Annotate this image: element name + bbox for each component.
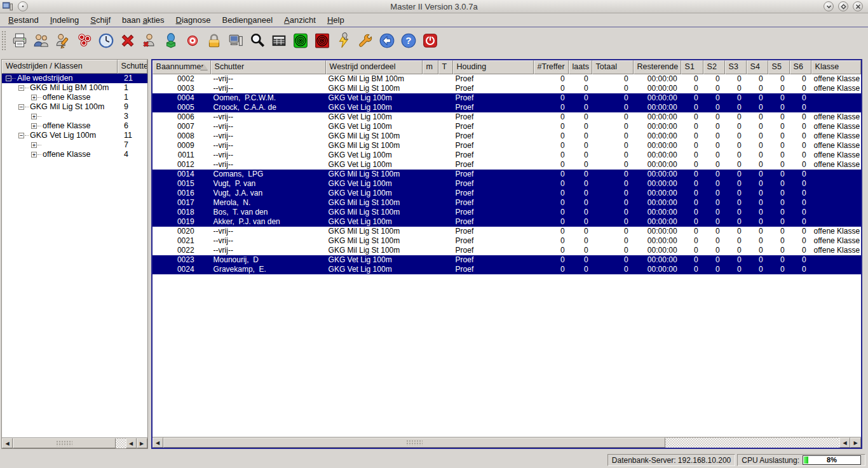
toolbar-button-table[interactable] — [269, 30, 289, 51]
expand-icon[interactable]: + — [31, 152, 37, 157]
column-header-laats[interactable]: laats — [569, 60, 592, 74]
tree-item-row-7[interactable]: +7 — [2, 140, 147, 150]
tree-scroll-left-button[interactable]: ◀ — [2, 438, 13, 448]
toolbar-button-flash-tools[interactable] — [334, 30, 354, 51]
expand-icon[interactable]: + — [31, 114, 37, 119]
tree-item-gkg-mil-lig-bm-100m[interactable]: −GKG Mil Lig BM 100m1 — [2, 83, 147, 93]
collapse-icon[interactable]: − — [18, 104, 24, 110]
expand-icon[interactable]: + — [31, 123, 37, 129]
toolbar-button-green-target[interactable] — [290, 30, 311, 51]
expand-icon[interactable]: + — [31, 142, 37, 148]
toolbar-button-search[interactable] — [247, 30, 268, 51]
tree-item-gkg-vet-lig-100m[interactable]: −GKG Vet Lig 100m11 — [2, 131, 147, 140]
column-header-m[interactable]: m — [423, 60, 438, 74]
expand-icon[interactable]: + — [31, 95, 37, 100]
table-row[interactable]: 0005Croock, C.A.A. deGKG Vet Lig 100mPro… — [153, 103, 861, 112]
column-header-s6[interactable]: S6 — [790, 60, 811, 74]
menu-item-aanzicht[interactable]: Aanzicht — [278, 14, 322, 26]
toolbar-button-edit-person[interactable] — [53, 30, 73, 51]
toolbar-button-targets[interactable] — [74, 30, 95, 51]
table-scroll-right-button[interactable]: ▶ — [850, 438, 861, 448]
tree-scroll-left-button-2[interactable]: ◀ — [126, 438, 137, 448]
table-row[interactable]: 0015Vugt, P. vanGKG Vet Lig 100mProef000… — [153, 179, 861, 189]
menu-item-baan-akties[interactable]: baan akties — [116, 14, 170, 26]
table-row[interactable]: 0007--vrij--GKG Vet Lig 100mProef00000:0… — [153, 122, 861, 131]
toolbar-button-small-target[interactable] — [182, 30, 203, 51]
table-row[interactable]: 0016Vugt, J.A. vanGKG Vet Lig 100mProef0… — [153, 189, 861, 198]
table-row[interactable]: 0020--vrij--GKG Mil Lig St 100mProef0000… — [153, 227, 861, 236]
menu-item-diagnose[interactable]: Diagnose — [170, 14, 217, 26]
toolbar-button-red-target[interactable] — [312, 30, 332, 51]
cell-baannummer: 0012 — [153, 160, 211, 170]
column-header-schutter[interactable]: Schutter — [211, 60, 326, 74]
table-row[interactable]: 0018Bos, T. van denGKG Mil Lig St 100mPr… — [153, 208, 861, 217]
table-row[interactable]: 0008--vrij--GKG Mil Lig St 100mProef0000… — [153, 131, 861, 141]
toolbar-button-lock[interactable] — [204, 30, 224, 51]
collapse-icon[interactable]: − — [18, 85, 24, 91]
table-row[interactable]: 0017Merola, N.GKG Mil Lig St 100mProef00… — [153, 198, 861, 208]
table-row[interactable]: 0003--vrij--GKG Mil Lig St 100mProef0000… — [153, 84, 861, 93]
table-scroll-left-button-2[interactable]: ◀ — [839, 438, 850, 448]
table-row[interactable]: 0022--vrij--GKG Mil Lig St 100mProef0000… — [153, 246, 861, 255]
table-row[interactable]: 0019Akker, P.J. van denGKG Vet Lig 100mP… — [153, 217, 861, 227]
table-row[interactable]: 0023Mounourij, DGKG Vet Lig 100mProef000… — [153, 255, 861, 265]
cell-laats: 0 — [569, 198, 592, 208]
menu-item-bedienpaneel[interactable]: Bedienpaneel — [217, 14, 279, 26]
column-header-resterende[interactable]: Resterende — [634, 60, 681, 74]
tree-scroll-thumb[interactable] — [13, 438, 116, 448]
column-header-s1[interactable]: S1 — [681, 60, 703, 74]
collapse-icon[interactable]: − — [18, 133, 24, 138]
column-header-klasse[interactable]: Klasse — [811, 60, 861, 74]
toolbar-button-clock[interactable] — [96, 30, 116, 51]
table-row[interactable]: 0014Comans, LPGGKG Mil Lig St 100mProef0… — [153, 170, 861, 179]
table-row[interactable]: 0002--vrij--GKG Mil Lig BM 100mProef0000… — [153, 74, 861, 84]
table-scroll-left-button[interactable]: ◀ — [153, 438, 163, 448]
toolbar-button-wrench[interactable] — [355, 30, 376, 51]
table-row[interactable]: 0009--vrij--GKG Mil Lig St 100mProef0000… — [153, 141, 861, 150]
tree-item-gkg-mil-lig-st-100m[interactable]: −GKG Mil Lig St 100m9 — [2, 102, 147, 112]
toolbar-button-power[interactable] — [420, 30, 440, 51]
toolbar-button-help[interactable]: ? — [398, 30, 419, 51]
toolbar-button-print[interactable] — [10, 30, 30, 51]
column-header-s5[interactable]: S5 — [768, 60, 790, 74]
toolbar-button-shapes[interactable] — [161, 30, 181, 51]
column-header-s4[interactable]: S4 — [747, 60, 768, 74]
toolbar-button-delete[interactable] — [118, 30, 138, 51]
toolbar-button-users[interactable] — [31, 30, 51, 51]
tree-item-offene-klasse[interactable]: +offene Klasse1 — [2, 93, 147, 102]
table-row[interactable]: 0004Oomen, P.C.W.M.GKG Vet Lig 100mProef… — [153, 93, 861, 103]
menu-item-schijf[interactable]: Schijf — [85, 14, 116, 26]
tree-scroll-track[interactable] — [116, 438, 126, 448]
column-header-totaal[interactable]: Totaal — [592, 60, 634, 74]
menu-item-help[interactable]: Help — [322, 14, 350, 26]
tree-scroll-right-button[interactable]: ▶ — [137, 438, 147, 448]
tree-item-offene-klasse[interactable]: +offene Klasse6 — [2, 121, 147, 131]
toolbar-button-back[interactable] — [377, 30, 397, 51]
table-row[interactable]: 0011--vrij--GKG Vet Lig 100mProef00000:0… — [153, 150, 861, 160]
table-row[interactable]: 0021--vrij--GKG Mil Lig St 100mProef0000… — [153, 236, 861, 246]
table-row[interactable]: 0012--vrij--GKG Vet Lig 100mProef00000:0… — [153, 160, 861, 170]
tree-item-alle-wedstrijden[interactable]: −Alle wedstrijden21 — [2, 74, 147, 83]
column-header--treffer[interactable]: #Treffer — [534, 60, 569, 74]
column-header-s2[interactable]: S2 — [703, 60, 725, 74]
tree-column-schutters[interactable]: Schutters — [118, 60, 147, 74]
cell-s3: 0 — [725, 141, 747, 150]
tree-item-offene-klasse[interactable]: +offene Klasse4 — [2, 150, 147, 159]
toolbar-button-computer[interactable] — [226, 30, 246, 51]
menu-item-bestand[interactable]: Bestand — [3, 14, 44, 26]
table-scroll-track[interactable] — [665, 438, 839, 448]
tree-column-wedstrijden[interactable]: Wedstrijden / Klassen — [2, 60, 118, 74]
table-scroll-thumb[interactable] — [163, 438, 665, 448]
menu-item-indeling[interactable]: Indeling — [44, 14, 85, 26]
column-header-houding[interactable]: Houding — [453, 60, 534, 74]
toolbar-grip-handle[interactable] — [1, 30, 7, 51]
column-header-westrijd-onderdeel[interactable]: Westrijd onderdeel — [326, 60, 423, 74]
collapse-icon[interactable]: − — [6, 76, 11, 81]
column-header-t[interactable]: T — [438, 60, 453, 74]
toolbar-button-remove-person[interactable] — [139, 30, 159, 51]
table-row[interactable]: 0024Gravekamp, E.GKG Vet Lig 100mProef00… — [153, 265, 861, 274]
column-header-baannummer[interactable]: Baannummer — [153, 60, 211, 74]
tree-item-row-4[interactable]: +3 — [2, 112, 147, 121]
table-row[interactable]: 0006--vrij--GKG Vet Lig 100mProef00000:0… — [153, 112, 861, 122]
column-header-s3[interactable]: S3 — [725, 60, 747, 74]
